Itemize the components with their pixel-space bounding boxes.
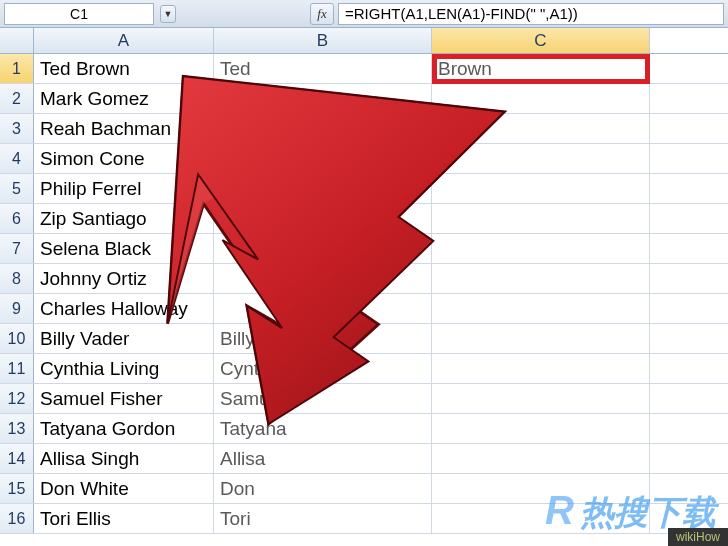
cell[interactable]: Charles Halloway (34, 294, 214, 323)
cell[interactable]: Brown (432, 54, 650, 83)
table-row: 12 Samuel Fisher Samuel (0, 384, 728, 414)
cell[interactable]: Tori (214, 504, 432, 533)
cell[interactable] (432, 414, 650, 443)
cell[interactable] (432, 234, 650, 263)
cell[interactable]: Selena Black (34, 234, 214, 263)
cell[interactable] (432, 444, 650, 473)
row-header[interactable]: 7 (0, 234, 34, 263)
table-row: 8 Johnny Ortiz (0, 264, 728, 294)
column-headers: A B C (0, 28, 728, 54)
cell[interactable] (432, 384, 650, 413)
cell[interactable] (432, 174, 650, 203)
row-header[interactable]: 15 (0, 474, 34, 503)
row-header[interactable]: 3 (0, 114, 34, 143)
cell[interactable] (432, 144, 650, 173)
cell[interactable] (432, 294, 650, 323)
cell[interactable]: Samuel Fisher (34, 384, 214, 413)
cell[interactable]: Don (214, 474, 432, 503)
col-header-b[interactable]: B (214, 28, 432, 53)
cell[interactable] (432, 324, 650, 353)
cell[interactable]: Don White (34, 474, 214, 503)
cell[interactable]: Tori Ellis (34, 504, 214, 533)
fx-icon[interactable]: fx (310, 3, 334, 25)
cell[interactable] (214, 204, 432, 233)
row-header[interactable]: 13 (0, 414, 34, 443)
cell[interactable]: Tatyana Gordon (34, 414, 214, 443)
cell[interactable]: Mark (214, 84, 432, 113)
cell[interactable]: Philip Ferrel (34, 174, 214, 203)
cell[interactable]: Allisa (214, 444, 432, 473)
formula-input[interactable]: =RIGHT(A1,LEN(A1)-FIND(" ",A1)) (338, 3, 724, 25)
row-header[interactable]: 14 (0, 444, 34, 473)
col-header-c[interactable]: C (432, 28, 650, 53)
row-header[interactable]: 16 (0, 504, 34, 533)
cell[interactable] (432, 84, 650, 113)
table-row: 1 Ted Brown Ted Brown (0, 54, 728, 84)
name-box[interactable]: C1 (4, 3, 154, 25)
table-row: 9 Charles Halloway (0, 294, 728, 324)
cell[interactable]: Cyntha (214, 354, 432, 383)
cell[interactable]: Si (214, 144, 432, 173)
table-row: 11 Cynthia Living Cyntha (0, 354, 728, 384)
row-header[interactable]: 11 (0, 354, 34, 383)
row-header[interactable]: 9 (0, 294, 34, 323)
cell[interactable] (432, 204, 650, 233)
formula-bar: C1 ▼ fx =RIGHT(A1,LEN(A1)-FIND(" ",A1)) (0, 0, 728, 28)
cell[interactable]: Zip Santiago (34, 204, 214, 233)
row-header[interactable]: 2 (0, 84, 34, 113)
table-row: 6 Zip Santiago (0, 204, 728, 234)
cell[interactable] (432, 354, 650, 383)
cell[interactable]: Ted Brown (34, 54, 214, 83)
cell[interactable] (214, 234, 432, 263)
cell[interactable]: Reah Bachman (34, 114, 214, 143)
cell[interactable] (214, 174, 432, 203)
col-header-a[interactable]: A (34, 28, 214, 53)
cell[interactable]: Reah (214, 114, 432, 143)
cell[interactable]: Billy (214, 324, 432, 353)
cell[interactable] (432, 114, 650, 143)
cell[interactable]: Cynthia Living (34, 354, 214, 383)
table-row: 3 Reah Bachman Reah (0, 114, 728, 144)
cell[interactable]: Ted (214, 54, 432, 83)
cell[interactable]: Simon Cone (34, 144, 214, 173)
cell[interactable] (432, 264, 650, 293)
formula-text: =RIGHT(A1,LEN(A1)-FIND(" ",A1)) (345, 5, 578, 22)
table-row: 4 Simon Cone Si (0, 144, 728, 174)
table-row: 10 Billy Vader Billy (0, 324, 728, 354)
row-header[interactable]: 5 (0, 174, 34, 203)
cell[interactable]: Billy Vader (34, 324, 214, 353)
table-row: 14 Allisa Singh Allisa (0, 444, 728, 474)
cell[interactable]: Allisa Singh (34, 444, 214, 473)
row-header[interactable]: 8 (0, 264, 34, 293)
row-header[interactable]: 4 (0, 144, 34, 173)
select-all-corner[interactable] (0, 28, 34, 53)
cell[interactable]: Tatyana (214, 414, 432, 443)
table-row: 7 Selena Black (0, 234, 728, 264)
fx-label: fx (317, 6, 326, 22)
row-header[interactable]: 12 (0, 384, 34, 413)
watermark-r: R (545, 488, 574, 533)
cell[interactable]: Mark Gomez (34, 84, 214, 113)
row-header[interactable]: 10 (0, 324, 34, 353)
cell[interactable] (214, 294, 432, 323)
grid: 1 Ted Brown Ted Brown 2 Mark Gomez Mark … (0, 54, 728, 534)
row-header[interactable]: 1 (0, 54, 34, 83)
row-header[interactable]: 6 (0, 204, 34, 233)
table-row: 13 Tatyana Gordon Tatyana (0, 414, 728, 444)
name-box-dropdown-icon[interactable]: ▼ (160, 5, 176, 23)
table-row: 2 Mark Gomez Mark (0, 84, 728, 114)
name-box-value: C1 (70, 6, 88, 22)
cell[interactable]: Samuel (214, 384, 432, 413)
cell[interactable]: Johnny Ortiz (34, 264, 214, 293)
table-row: 5 Philip Ferrel (0, 174, 728, 204)
wikihow-badge: wikiHow (668, 528, 728, 546)
cell[interactable] (214, 264, 432, 293)
